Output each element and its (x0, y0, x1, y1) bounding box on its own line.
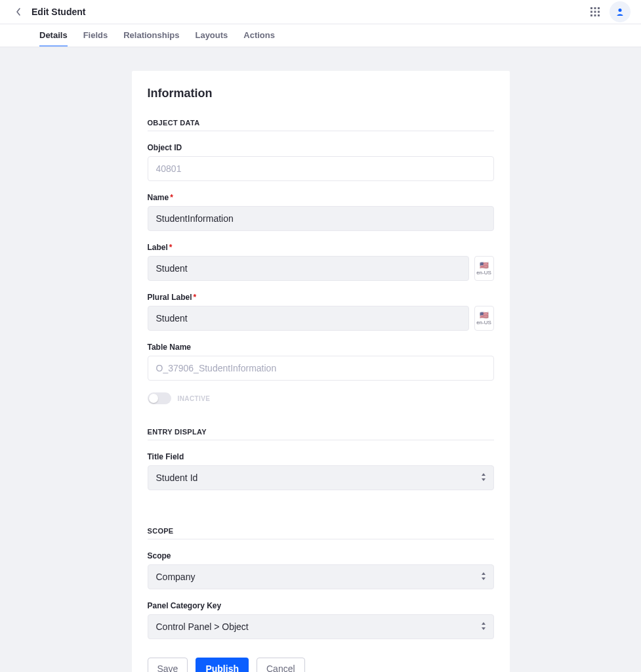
table-name-input (148, 356, 494, 381)
object-id-input (148, 156, 494, 181)
plural-label-input[interactable] (148, 306, 469, 331)
user-icon (615, 7, 625, 16)
svg-rect-0 (590, 7, 592, 9)
cancel-button[interactable]: Cancel (257, 658, 305, 672)
svg-point-9 (619, 9, 622, 12)
svg-rect-3 (590, 11, 592, 13)
back-button[interactable] (10, 4, 26, 20)
tab-layouts[interactable]: Layouts (195, 24, 228, 47)
top-bar: Edit Student (0, 0, 641, 24)
table-name-label: Table Name (148, 343, 494, 352)
scope-select[interactable] (148, 564, 494, 589)
chevron-left-icon (15, 7, 22, 16)
tabs-nav: Details Fields Relationships Layouts Act… (0, 24, 641, 47)
panel-category-key-label: Panel Category Key (148, 601, 494, 610)
active-toggle-label: INACTIVE (178, 395, 211, 402)
tab-details[interactable]: Details (39, 24, 68, 47)
scope-label: Scope (148, 551, 494, 560)
page-title: Edit Student (31, 7, 85, 17)
label-locale-button[interactable]: 🇺🇸 en-US (474, 256, 494, 281)
save-button[interactable]: Save (148, 658, 188, 672)
us-flag-icon: 🇺🇸 (480, 262, 489, 269)
publish-button[interactable]: Publish (196, 658, 249, 672)
plural-label-locale-text: en-US (476, 320, 491, 326)
panel-category-key-select[interactable] (148, 614, 494, 639)
user-menu-button[interactable] (610, 1, 631, 22)
svg-rect-5 (598, 11, 600, 13)
card-title: Information (148, 87, 494, 100)
name-input[interactable] (148, 206, 494, 231)
section-heading-scope: SCOPE (148, 527, 494, 539)
label-locale-text: en-US (476, 270, 491, 276)
title-field-select[interactable] (148, 465, 494, 490)
svg-rect-4 (594, 11, 596, 13)
plural-label-locale-button[interactable]: 🇺🇸 en-US (474, 306, 494, 331)
svg-rect-2 (598, 7, 600, 9)
section-heading-entry-display: ENTRY DISPLAY (148, 428, 494, 440)
svg-rect-7 (594, 14, 596, 16)
section-heading-object-data: OBJECT DATA (148, 119, 494, 131)
title-field-label: Title Field (148, 452, 494, 461)
label-label: Label* (148, 243, 494, 252)
svg-rect-8 (598, 14, 600, 16)
active-toggle[interactable] (148, 392, 171, 404)
apps-button[interactable] (585, 1, 606, 22)
name-label: Name* (148, 193, 494, 202)
plural-label-label: Plural Label* (148, 293, 494, 302)
label-input[interactable] (148, 256, 469, 281)
grid-icon (590, 7, 600, 16)
tab-actions[interactable]: Actions (243, 24, 275, 47)
tab-fields[interactable]: Fields (83, 24, 108, 47)
tab-relationships[interactable]: Relationships (123, 24, 179, 47)
us-flag-icon: 🇺🇸 (480, 312, 489, 319)
svg-rect-1 (594, 7, 596, 9)
information-card: Information OBJECT DATA Object ID Name* … (132, 71, 510, 672)
object-id-label: Object ID (148, 143, 494, 152)
svg-rect-6 (590, 14, 592, 16)
